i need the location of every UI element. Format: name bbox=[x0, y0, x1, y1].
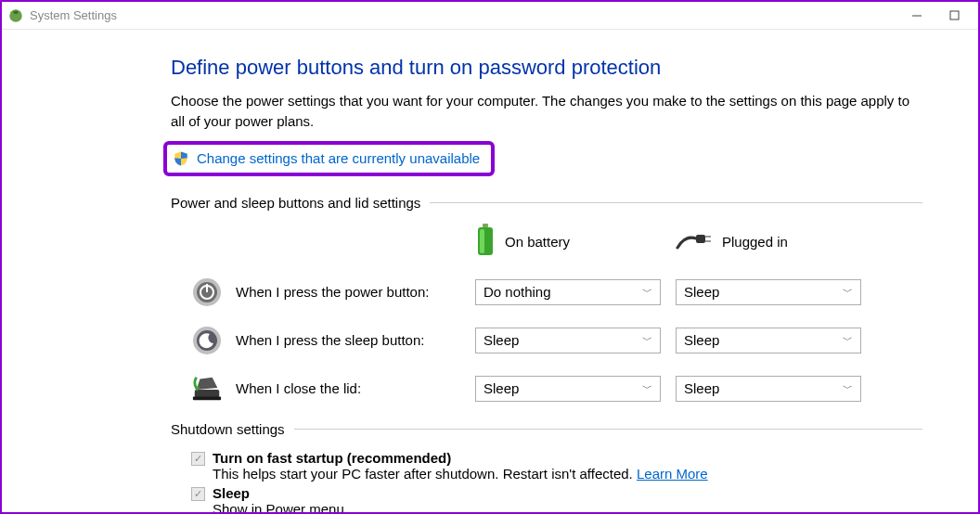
page-title: Define power buttons and turn on passwor… bbox=[171, 56, 922, 80]
close-lid-battery-value: Sleep bbox=[484, 380, 519, 396]
close-lid-icon bbox=[191, 373, 223, 405]
svg-rect-3 bbox=[483, 224, 488, 227]
row-sleep-button: When I press the sleep button: Sleep ﹀ S… bbox=[191, 325, 922, 356]
plugged-in-header: Plugged in bbox=[676, 229, 861, 254]
sleep-option-row: ✓ Sleep Show in Power menu. bbox=[191, 485, 922, 515]
svg-rect-2 bbox=[950, 11, 959, 19]
sleep-option-title: Sleep bbox=[213, 485, 348, 501]
divider bbox=[430, 202, 922, 203]
power-button-label: When I press the power button: bbox=[236, 284, 429, 300]
column-headers: On battery Plugged in bbox=[191, 224, 922, 260]
sleep-option-desc: Show in Power menu. bbox=[213, 501, 348, 515]
maximize-button[interactable] bbox=[935, 3, 973, 29]
close-lid-plugged-select[interactable]: Sleep ﹀ bbox=[676, 376, 861, 402]
close-lid-label: When I close the lid: bbox=[236, 380, 361, 396]
svg-rect-6 bbox=[696, 235, 705, 243]
row-power-button: When I press the power button: Do nothin… bbox=[191, 276, 922, 308]
app-icon bbox=[7, 7, 24, 24]
chevron-down-icon: ﹀ bbox=[642, 285, 652, 299]
uac-shield-icon bbox=[173, 150, 189, 167]
sleep-button-battery-value: Sleep bbox=[484, 332, 519, 348]
window-title: System Settings bbox=[30, 8, 898, 22]
chevron-down-icon: ﹀ bbox=[843, 381, 853, 395]
learn-more-link[interactable]: Learn More bbox=[637, 466, 708, 482]
content-area: Define power buttons and turn on passwor… bbox=[2, 30, 978, 514]
power-button-battery-select[interactable]: Do nothing ﹀ bbox=[475, 279, 661, 305]
power-button-battery-value: Do nothing bbox=[484, 284, 551, 300]
section-buttons-header: Power and sleep buttons and lid settings bbox=[171, 195, 922, 211]
on-battery-label: On battery bbox=[505, 234, 570, 250]
power-button-plugged-select[interactable]: Sleep ﹀ bbox=[676, 279, 861, 305]
fast-startup-title: Turn on fast startup (recommended) bbox=[213, 450, 708, 466]
on-battery-header: On battery bbox=[475, 224, 661, 260]
sleep-button-icon bbox=[191, 325, 223, 356]
sleep-button-battery-select[interactable]: Sleep ﹀ bbox=[475, 328, 661, 353]
chevron-down-icon: ﹀ bbox=[642, 381, 652, 395]
power-button-icon bbox=[191, 276, 223, 308]
fast-startup-desc: This helps start your PC faster after sh… bbox=[213, 466, 637, 482]
window-frame: System Settings Define power buttons and… bbox=[0, 0, 980, 514]
sleep-option-checkbox[interactable]: ✓ bbox=[191, 487, 205, 501]
chevron-down-icon: ﹀ bbox=[642, 333, 652, 347]
close-lid-plugged-value: Sleep bbox=[684, 380, 719, 396]
svg-rect-5 bbox=[480, 229, 484, 253]
chevron-down-icon: ﹀ bbox=[843, 285, 853, 299]
row-close-lid: When I close the lid: Sleep ﹀ Sleep ﹀ bbox=[191, 373, 922, 405]
plug-icon bbox=[676, 229, 713, 254]
divider bbox=[294, 429, 922, 430]
sleep-button-plugged-value: Sleep bbox=[684, 332, 719, 348]
close-lid-battery-select[interactable]: Sleep ﹀ bbox=[475, 376, 661, 402]
plugged-in-label: Plugged in bbox=[722, 234, 788, 250]
minimize-button[interactable] bbox=[898, 3, 935, 29]
change-settings-link-highlight: Change settings that are currently unava… bbox=[163, 141, 495, 176]
titlebar: System Settings bbox=[2, 2, 978, 30]
fast-startup-row: ✓ Turn on fast startup (recommended) Thi… bbox=[191, 450, 922, 482]
section-shutdown-label: Shutdown settings bbox=[171, 421, 294, 437]
power-button-plugged-value: Sleep bbox=[684, 284, 719, 300]
svg-rect-16 bbox=[193, 396, 221, 400]
section-buttons-label: Power and sleep buttons and lid settings bbox=[171, 195, 430, 211]
section-shutdown-header: Shutdown settings bbox=[171, 421, 922, 437]
page-description: Choose the power settings that you want … bbox=[171, 91, 922, 132]
change-settings-link[interactable]: Change settings that are currently unava… bbox=[197, 150, 480, 166]
chevron-down-icon: ﹀ bbox=[843, 333, 853, 347]
sleep-button-label: When I press the sleep button: bbox=[236, 332, 424, 348]
battery-icon bbox=[475, 224, 496, 260]
sleep-button-plugged-select[interactable]: Sleep ﹀ bbox=[676, 328, 861, 353]
fast-startup-checkbox[interactable]: ✓ bbox=[191, 452, 205, 466]
